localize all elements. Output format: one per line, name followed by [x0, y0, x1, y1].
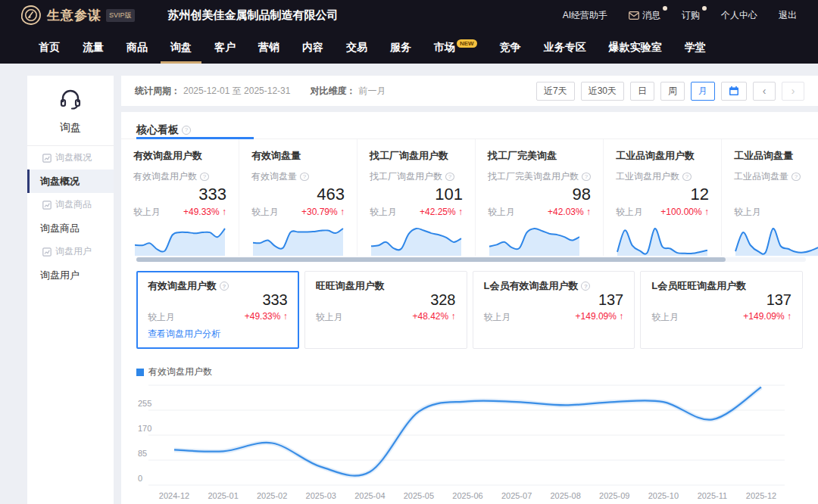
info-icon[interactable]: ? — [300, 173, 309, 181]
period-button[interactable]: 近7天 — [536, 82, 575, 101]
content: 统计周期： 2025-12-01 至 2025-12-31 对比维度： 前一月 … — [121, 76, 818, 504]
summary-card[interactable]: 旺旺询盘用户数328较上月+48.42% ↑ — [304, 271, 467, 349]
calendar-button[interactable] — [721, 82, 747, 101]
sidebar-item-label: 询盘用户 — [55, 245, 92, 258]
x-axis-tick-label: 2025-01 — [208, 491, 238, 500]
nav-item[interactable]: 市场NEW — [423, 30, 489, 64]
nav-item[interactable]: 客户 — [203, 30, 247, 64]
topbar-item-label: AI经营助手 — [563, 9, 607, 22]
sidebar-item[interactable]: 询盘商品 — [27, 193, 114, 216]
nav-item[interactable]: 业务专区 — [532, 30, 598, 64]
chevron-left-button[interactable]: ‹ — [753, 82, 776, 101]
scrollbar-thumb[interactable] — [136, 257, 726, 262]
trend-line-chart[interactable]: 0851702553402024-122025-012025-022025-03… — [136, 381, 803, 504]
stats-bar: 统计周期： 2025-12-01 至 2025-12-31 对比维度： 前一月 … — [121, 76, 818, 106]
notification-dot — [702, 6, 707, 11]
change-value: +49.33% ↑ — [245, 311, 288, 324]
brand-name: 生意参谋 — [47, 7, 101, 24]
info-icon[interactable]: ? — [682, 173, 692, 181]
up-arrow-icon: ↑ — [704, 207, 709, 217]
summary-value: 137 — [484, 291, 624, 310]
sidebar-item[interactable]: 询盘概况 — [27, 170, 114, 193]
chevron-right-button[interactable]: › — [782, 82, 804, 101]
period-button[interactable]: 近30天 — [581, 82, 624, 101]
nav-item[interactable]: 流量 — [71, 30, 115, 64]
sidebar-item[interactable]: 询盘用户 — [27, 240, 114, 263]
y-axis-tick-label: 340 — [138, 381, 151, 383]
nav-item[interactable]: 交易 — [335, 30, 379, 64]
nav-item[interactable]: 营销 — [247, 30, 291, 64]
nav-item[interactable]: 询盘 — [159, 30, 203, 64]
change-value: +149.09% ↑ — [576, 311, 624, 324]
sidebar-item-label: 询盘商品 — [40, 222, 80, 235]
period-button[interactable]: 月 — [691, 82, 715, 101]
sidebar-item[interactable]: 询盘用户 — [27, 263, 114, 287]
sidebar-item-label: 询盘概况 — [55, 151, 92, 164]
nav-item[interactable]: 爆款实验室 — [598, 30, 673, 64]
calendar-icon — [729, 86, 739, 96]
nav-item[interactable]: 首页 — [27, 30, 71, 64]
brand-logo-icon — [21, 5, 41, 25]
summary-card[interactable]: L会员有效询盘用户数?137较上月+149.09% ↑ — [473, 271, 635, 349]
nav-item[interactable]: 服务 — [379, 30, 423, 64]
x-axis-tick-label: 2025-04 — [354, 491, 385, 500]
metric-card[interactable]: 找工厂完美询盘找工厂完美询盘用户数?98较上月+42.03% ↑ — [476, 139, 604, 256]
topbar-item-link[interactable]: 订购 — [682, 9, 700, 22]
metric-card-sublabel: 找工厂完美询盘用户数? — [488, 170, 591, 183]
period-button[interactable]: 日 — [630, 82, 654, 101]
topbar-item-mail[interactable]: 消息 — [629, 9, 660, 22]
compare-period-label: 较上月 — [488, 206, 515, 219]
period-button[interactable]: 周 — [660, 82, 685, 101]
chart-icon — [42, 154, 52, 163]
svip-badge: SVIP版 — [106, 9, 135, 22]
sidebar-item[interactable]: 询盘商品 — [27, 216, 114, 240]
view-analysis-link[interactable]: 查看询盘用户分析 — [148, 328, 288, 341]
panel-header: 核心看板 ? — [121, 112, 818, 139]
metric-sublabel-text: 找工厂完美询盘用户数 — [488, 170, 579, 183]
info-icon[interactable]: ? — [200, 173, 209, 181]
metric-card[interactable]: 有效询盘用户数有效询盘用户数?333较上月+49.33% ↑ — [121, 139, 239, 256]
metric-card-title: 有效询盘量 — [251, 149, 345, 163]
panel-title: 核心看板 — [136, 123, 179, 137]
topbar-item-link[interactable]: 个人中心 — [721, 9, 757, 22]
metric-card[interactable]: 找工厂询盘用户数找工厂询盘用户数?101较上月+42.25% ↑ — [357, 139, 476, 256]
up-arrow-icon: ↑ — [787, 311, 791, 322]
summary-card[interactable]: L会员旺旺询盘用户数137较上月+149.09% ↑ — [640, 271, 803, 349]
summary-title-text: 有效询盘用户数 — [148, 279, 217, 293]
compare-period-label: 较上月 — [148, 311, 175, 324]
metric-value — [734, 185, 818, 204]
metric-card-sublabel: 有效询盘量? — [251, 170, 345, 183]
change-value: +48.42% ↑ — [412, 311, 455, 324]
info-icon[interactable]: ? — [220, 282, 229, 291]
main-nav: 首页流量商品询盘客户营销内容交易服务市场NEW竞争业务专区爆款实验室学堂 — [0, 30, 818, 64]
info-icon[interactable]: ? — [581, 282, 590, 291]
metric-compare-row: 较上月+100.00% ↑ — [616, 206, 709, 219]
summary-card[interactable]: 有效询盘用户数?333较上月+49.33% ↑查看询盘用户分析 — [136, 271, 299, 349]
nav-item[interactable]: 学堂 — [673, 30, 717, 64]
active-tab-indicator — [136, 137, 254, 139]
metric-value: 12 — [616, 185, 709, 204]
info-icon[interactable]: ? — [445, 173, 454, 181]
nav-item[interactable]: 内容 — [291, 30, 335, 64]
topbar-item-label: 个人中心 — [721, 9, 757, 22]
nav-item[interactable]: 竞争 — [489, 30, 532, 64]
metric-card[interactable]: 有效询盘量有效询盘量?463较上月+30.79% ↑ — [239, 139, 357, 256]
x-axis-tick-label: 2025-10 — [648, 491, 679, 500]
up-arrow-icon: ↑ — [619, 311, 623, 322]
info-icon[interactable]: ? — [791, 173, 801, 181]
compare-period-label: 较上月 — [734, 206, 761, 219]
metric-card[interactable]: 工业品询盘量工业品询盘量?较上月 — [722, 139, 818, 256]
nav-item[interactable]: 商品 — [115, 30, 159, 64]
info-icon[interactable]: ? — [182, 126, 191, 135]
compare-value: 前一月 — [358, 85, 386, 98]
core-panel: 核心看板 ? 有效询盘用户数有效询盘用户数?333较上月+49.33% ↑有效询… — [121, 112, 818, 504]
topbar-item-link[interactable]: AI经营助手 — [563, 9, 607, 22]
summary-compare-row: 较上月+149.09% ↑ — [651, 311, 791, 324]
topbar-item-link[interactable]: 退出 — [779, 9, 797, 22]
info-icon[interactable]: ? — [582, 173, 591, 181]
metric-card[interactable]: 工业品询盘用户数工业询盘用户数?12较上月+100.00% ↑ — [604, 139, 722, 256]
trend-section: 有效询盘用户数 0851702553402024-122025-012025-0… — [121, 356, 818, 504]
stat-compare: 对比维度： 前一月 — [310, 85, 386, 98]
compare-period-label: 较上月 — [251, 206, 279, 219]
sidebar-item[interactable]: 询盘概况 — [27, 146, 114, 170]
